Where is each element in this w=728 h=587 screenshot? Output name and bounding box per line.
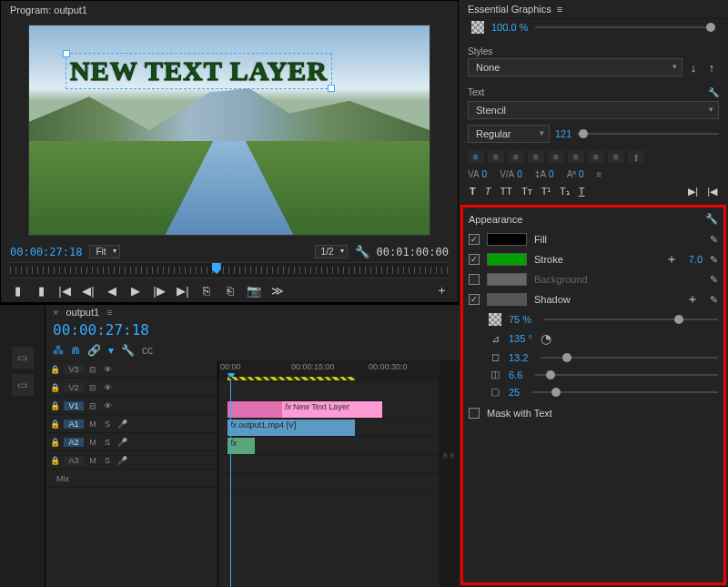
shadow-distance[interactable]: 13.2: [509, 352, 528, 363]
shadow-blur-slider[interactable]: [532, 391, 718, 393]
align-center-icon[interactable]: ≡: [488, 150, 504, 163]
mark-in-icon[interactable]: ▮: [10, 284, 25, 297]
align-justify-icon[interactable]: ≡: [528, 150, 544, 163]
track-a1[interactable]: A1: [64, 420, 84, 429]
bold-button[interactable]: T: [468, 186, 478, 197]
play-icon[interactable]: ▶: [128, 284, 143, 297]
underline-button[interactable]: T: [577, 186, 587, 197]
sequence-tab[interactable]: output1: [66, 307, 99, 318]
angle-dial-icon[interactable]: ◔: [540, 331, 552, 346]
eye-icon[interactable]: 👁: [102, 383, 113, 392]
toggle-output-icon[interactable]: ⊟: [87, 383, 98, 392]
opacity-value[interactable]: 100.0 %: [491, 22, 528, 33]
track-v2[interactable]: V2: [64, 383, 84, 392]
mic-icon[interactable]: 🎤: [116, 456, 127, 465]
shadow-checkbox[interactable]: [469, 294, 480, 305]
track-mix[interactable]: Mix: [53, 474, 73, 483]
opacity-slider[interactable]: [535, 26, 715, 28]
export-frame-icon[interactable]: 📷: [247, 284, 261, 297]
vertical-text-icon[interactable]: ⫿: [628, 150, 644, 163]
lock-icon[interactable]: 🔒: [49, 420, 60, 429]
track-content[interactable]: 00:00 00:00:15:00 00:00:30:0 fxNew Text: [218, 360, 439, 587]
lock-icon[interactable]: 🔒: [49, 438, 60, 447]
work-area[interactable]: [228, 377, 355, 380]
align-justify-last-center-icon[interactable]: ≡: [568, 150, 584, 163]
cc-icon[interactable]: cc: [142, 344, 153, 357]
lock-icon[interactable]: 🔒: [49, 383, 60, 392]
font-size-slider[interactable]: [577, 133, 719, 135]
audio-clip[interactable]: fx: [228, 438, 255, 454]
eyedropper-icon[interactable]: ✎: [710, 234, 718, 246]
go-in-icon[interactable]: |◀: [57, 284, 72, 297]
stroke-width[interactable]: 7.0: [689, 254, 703, 265]
snap-icon[interactable]: ⁂: [53, 344, 64, 357]
track-a3[interactable]: A3: [64, 456, 84, 465]
italic-button[interactable]: T: [483, 186, 493, 197]
background-swatch[interactable]: [487, 273, 527, 286]
fill-swatch[interactable]: [487, 233, 527, 246]
add-shadow-icon[interactable]: ＋: [682, 291, 703, 308]
more-metrics-icon[interactable]: ≡: [597, 169, 602, 179]
mask-checkbox[interactable]: [469, 408, 480, 419]
frame-back-icon[interactable]: ◀: [105, 284, 119, 297]
align-left-icon[interactable]: ≡: [468, 150, 484, 163]
align-right-icon[interactable]: ≡: [508, 150, 524, 163]
font-dropdown[interactable]: Stencil: [468, 101, 719, 119]
fill-checkbox[interactable]: [469, 234, 480, 245]
solo-icon[interactable]: S: [102, 456, 113, 465]
tool-slot[interactable]: ▭: [12, 347, 34, 369]
mute-icon[interactable]: M: [87, 420, 98, 429]
eye-icon[interactable]: 👁: [102, 365, 113, 374]
lock-icon[interactable]: 🔒: [49, 401, 60, 410]
shadow-size[interactable]: 6.6: [509, 369, 522, 380]
mute-icon[interactable]: M: [87, 456, 98, 465]
wrench-icon[interactable]: 🔧: [121, 344, 135, 357]
font-size[interactable]: 121: [555, 128, 571, 139]
stroke-swatch[interactable]: [487, 253, 527, 266]
align-justify-all-icon[interactable]: ≡: [608, 150, 624, 163]
font-weight-dropdown[interactable]: Regular: [468, 125, 550, 143]
more-icon[interactable]: ≫: [270, 284, 285, 297]
eyedropper-icon[interactable]: ✎: [710, 254, 718, 266]
program-scrubber[interactable]: [10, 262, 449, 278]
lift-icon[interactable]: ⎘: [199, 284, 214, 297]
leading-metric[interactable]: ‡A 0: [535, 169, 554, 179]
lock-icon[interactable]: 🔒: [49, 456, 60, 465]
add-stroke-icon[interactable]: ＋: [662, 251, 682, 268]
text-clip[interactable]: fxNew Text Layer: [282, 401, 382, 418]
tool-slot[interactable]: ▭: [12, 374, 34, 396]
align-justify-last-right-icon[interactable]: ≡: [588, 150, 604, 163]
current-timecode[interactable]: 00:00:27:18: [10, 246, 82, 258]
baseline-metric[interactable]: Aª 0: [567, 169, 584, 179]
step-back-icon[interactable]: ◀|: [81, 284, 96, 297]
mute-icon[interactable]: M: [87, 438, 98, 447]
eye-icon[interactable]: 👁: [102, 401, 113, 410]
settings-wrench-icon[interactable]: 🔧: [355, 246, 369, 258]
frame-fwd-icon[interactable]: |▶: [152, 284, 167, 297]
timeline-timecode[interactable]: 00:00:27:18: [53, 321, 149, 339]
ltr-icon[interactable]: ▶|: [686, 186, 700, 197]
timeline-ruler[interactable]: 00:00 00:00:15:00 00:00:30:0: [218, 360, 439, 382]
link-icon[interactable]: 🔗: [87, 344, 101, 357]
solo-icon[interactable]: S: [102, 420, 113, 429]
track-a2[interactable]: A2: [64, 438, 84, 447]
tab-menu-icon[interactable]: ≡: [106, 307, 112, 318]
background-checkbox[interactable]: [469, 274, 480, 285]
stroke-checkbox[interactable]: [469, 254, 480, 265]
eyedropper-icon[interactable]: ✎: [710, 274, 718, 286]
allcaps-button[interactable]: TT: [498, 186, 513, 197]
clip[interactable]: [228, 401, 282, 418]
shadow-angle[interactable]: 135 °: [509, 333, 532, 344]
toggle-output-icon[interactable]: ⊟: [87, 401, 98, 410]
track-v1[interactable]: V1: [64, 401, 84, 410]
add-button-icon[interactable]: ＋: [434, 284, 449, 297]
kerning-metric[interactable]: VA0: [468, 169, 487, 179]
eyedropper-icon[interactable]: ✎: [710, 294, 718, 306]
lock-icon[interactable]: 🔒: [49, 365, 60, 374]
superscript-button[interactable]: T¹: [540, 186, 552, 197]
style-dropdown[interactable]: None: [468, 58, 682, 76]
shadow-opacity[interactable]: 75 %: [509, 314, 531, 325]
extract-icon[interactable]: ⎗: [223, 284, 238, 297]
text-layer-overlay[interactable]: NEW TEXT LAYER: [66, 53, 332, 89]
smallcaps-button[interactable]: Tт: [520, 186, 534, 197]
